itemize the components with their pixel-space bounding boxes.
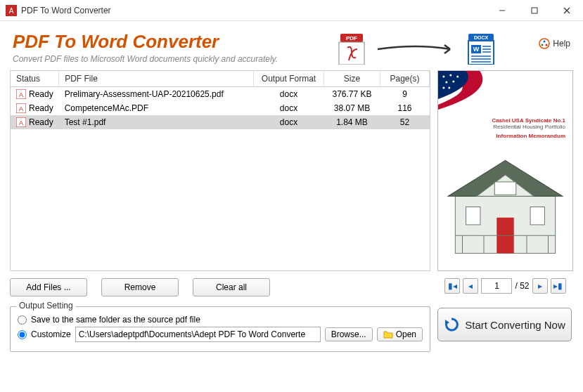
preview-text: Cashel USA Syndicate No.1 Residential Ho… xyxy=(438,113,572,143)
svg-point-34 xyxy=(452,81,454,83)
last-page-button[interactable]: ▸▮ xyxy=(551,278,566,294)
status-text: Ready xyxy=(29,117,53,127)
file-name: CompetenceMAc.PDF xyxy=(59,101,254,115)
customize-radio[interactable] xyxy=(18,330,27,339)
svg-text:PDF: PDF xyxy=(346,35,357,41)
svg-point-36 xyxy=(448,87,450,89)
status-text: Ready xyxy=(29,89,53,99)
open-label: Open xyxy=(396,329,416,339)
table-row[interactable]: AReadyPrelimary-Assessment-UAP-20210625.… xyxy=(11,87,430,102)
clear-all-button[interactable]: Clear all xyxy=(193,278,270,296)
start-label: Start Converting Now xyxy=(465,319,565,331)
remove-button[interactable]: Remove xyxy=(101,278,179,296)
col-size[interactable]: Size xyxy=(324,71,380,87)
folder-icon xyxy=(383,330,393,339)
help-link[interactable]: Help xyxy=(539,38,570,49)
svg-text:DOCX: DOCX xyxy=(474,35,489,40)
svg-point-33 xyxy=(445,81,447,84)
output-path-input[interactable] xyxy=(75,327,321,342)
browse-button[interactable]: Browse... xyxy=(325,327,373,341)
file-size: 38.07 MB xyxy=(324,101,380,115)
preview-flag-graphic xyxy=(438,71,572,113)
pdf-file-icon: A xyxy=(16,117,26,127)
page-count: 52 xyxy=(380,115,430,129)
svg-point-20 xyxy=(539,39,549,48)
col-format[interactable]: Output Format xyxy=(254,71,324,87)
help-label: Help xyxy=(553,39,570,48)
svg-rect-3 xyxy=(532,8,537,13)
help-icon xyxy=(539,38,550,49)
same-folder-label: Save to the same folder as the source pd… xyxy=(31,315,200,325)
same-folder-option[interactable]: Save to the same folder as the source pd… xyxy=(18,315,423,325)
page-count: 116 xyxy=(380,101,430,115)
first-page-button[interactable]: ▮◂ xyxy=(444,278,460,294)
start-converting-button[interactable]: Start Converting Now xyxy=(437,308,572,341)
docx-icon: DOCX W xyxy=(466,34,496,65)
next-page-button[interactable]: ▸ xyxy=(532,278,548,294)
customize-label: Customize xyxy=(31,329,71,339)
col-file[interactable]: PDF File xyxy=(59,71,254,87)
file-size: 1.84 MB xyxy=(324,115,380,129)
svg-rect-43 xyxy=(494,182,516,195)
svg-text:A: A xyxy=(9,7,14,15)
file-name: Test #1.pdf xyxy=(59,115,254,129)
output-legend: Output Setting xyxy=(16,301,76,311)
svg-text:A: A xyxy=(19,119,23,126)
pdf-file-icon: A xyxy=(16,103,26,113)
col-pages[interactable]: Page(s) xyxy=(380,71,430,87)
output-setting-group: Output Setting Save to the same folder a… xyxy=(10,306,430,352)
page-total: / 52 xyxy=(515,281,529,291)
svg-point-31 xyxy=(449,74,451,77)
app-icon: A xyxy=(6,5,17,16)
file-size: 376.77 KB xyxy=(324,87,380,102)
app-title: PDF To Word Converter xyxy=(13,31,336,53)
app-subtitle: Convert PDF files to Microsoft Word docu… xyxy=(13,54,336,64)
window-title: PDF To Word Converter xyxy=(21,6,486,15)
page-input[interactable] xyxy=(481,278,512,294)
prev-page-button[interactable]: ◂ xyxy=(463,278,478,294)
same-folder-radio[interactable] xyxy=(18,315,27,325)
add-files-button[interactable]: Add Files ... xyxy=(10,278,87,296)
svg-point-22 xyxy=(542,44,544,46)
file-name: Prelimary-Assessment-UAP-20210625.pdf xyxy=(59,87,254,102)
pdf-icon: PDF xyxy=(336,34,367,65)
svg-point-30 xyxy=(442,76,444,78)
preview-pane: Cashel USA Syndicate No.1 Residential Ho… xyxy=(437,70,573,271)
svg-point-23 xyxy=(546,44,548,46)
svg-text:W: W xyxy=(473,46,480,53)
preview-house-graphic xyxy=(438,143,572,270)
open-folder-button[interactable]: Open xyxy=(377,327,423,341)
table-row[interactable]: AReadyTest #1.pdfdocx1.84 MB52 xyxy=(11,115,430,129)
pager: ▮◂ ◂ / 52 ▸ ▸▮ xyxy=(437,278,573,294)
maximize-button[interactable] xyxy=(518,0,551,21)
svg-rect-41 xyxy=(466,207,480,225)
minimize-button[interactable] xyxy=(486,0,518,21)
svg-text:A: A xyxy=(19,105,23,112)
svg-point-32 xyxy=(456,76,459,78)
conversion-graphic: PDF DOCX W xyxy=(336,34,496,65)
table-row[interactable]: AReadyCompetenceMAc.PDFdocx38.07 MB116 xyxy=(11,101,430,115)
refresh-icon xyxy=(444,317,459,332)
svg-point-35 xyxy=(442,87,444,89)
pdf-file-icon: A xyxy=(16,89,26,99)
svg-text:A: A xyxy=(19,91,23,98)
col-status[interactable]: Status xyxy=(11,71,59,87)
page-count: 9 xyxy=(380,87,430,102)
titlebar: A PDF To Word Converter xyxy=(0,0,583,21)
close-button[interactable] xyxy=(551,0,583,21)
output-format: docx xyxy=(254,115,324,129)
output-format: docx xyxy=(254,101,324,115)
svg-marker-49 xyxy=(445,320,449,325)
header: PDF To Word Converter Convert PDF files … xyxy=(0,21,583,70)
svg-point-21 xyxy=(544,41,546,43)
table-header-row: Status PDF File Output Format Size Page(… xyxy=(11,71,430,87)
svg-rect-42 xyxy=(530,207,544,225)
output-format: docx xyxy=(254,87,324,102)
status-text: Ready xyxy=(29,103,53,113)
file-table[interactable]: Status PDF File Output Format Size Page(… xyxy=(10,70,430,271)
arrow-icon xyxy=(374,41,459,58)
